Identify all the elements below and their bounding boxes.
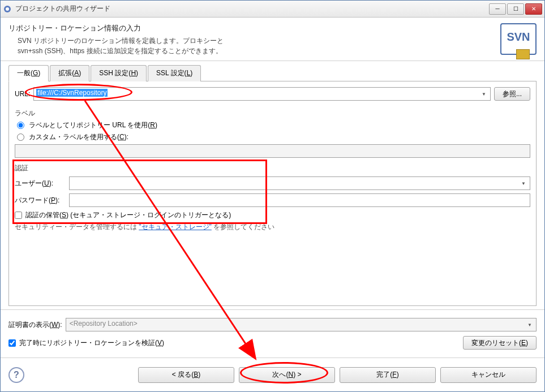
label-group: ラベル ラベルとしてリポジトリー URL を使用(R) カスタム・ラベルを使用す… <box>15 109 530 158</box>
window-title: プロジェクトの共用ウィザード <box>15 4 489 14</box>
password-label: パスワード(P): <box>15 196 66 205</box>
url-row: URL: file:///C:/SvnRepository ▼ 参照... <box>15 87 530 101</box>
content-area: 一般(G) 拡張(A) SSH 設定(H) SSL 設定(L) URL: fil… <box>1 61 544 309</box>
secure-storage-link[interactable]: "セキュア・ストレージ" <box>139 223 212 231</box>
radio-use-url-input[interactable] <box>17 122 24 129</box>
close-button[interactable]: ✕ <box>525 3 542 15</box>
finish-button[interactable]: 完了(F) <box>340 367 436 383</box>
tab-bar: 一般(G) 拡張(A) SSH 設定(H) SSL 設定(L) <box>8 64 537 81</box>
cert-combo: <Repository Location> ▼ <box>66 318 537 331</box>
user-input[interactable]: ▼ <box>69 176 530 190</box>
wizard-window: プロジェクトの共用ウィザード ─ ☐ ✕ リポジトリー・ロケーション情報の入力 … <box>0 0 545 392</box>
wizard-header: リポジトリー・ロケーション情報の入力 SVN リポジトリーのロケーション情報を定… <box>1 18 544 61</box>
auth-group-title: 認証 <box>15 163 530 173</box>
titlebar: プロジェクトの共用ウィザード ─ ☐ ✕ <box>1 1 544 18</box>
validate-row: 完了時にリポジトリー・ロケーションを検証(V) 変更のリセット(E) <box>8 336 537 350</box>
auth-group: 認証 ユーザー(U): ▼ パスワード(P): 認証の保管(S) (セキュア・ス… <box>15 163 530 232</box>
save-auth-checkbox[interactable] <box>15 212 22 219</box>
label-group-title: ラベル <box>15 109 530 118</box>
tab-panel-general: URL: file:///C:/SvnRepository ▼ 参照... ラベ… <box>8 81 537 306</box>
chevron-down-icon[interactable]: ▼ <box>520 179 527 187</box>
url-input[interactable]: file:///C:/SvnRepository ▼ <box>33 87 491 101</box>
window-controls: ─ ☐ ✕ <box>489 3 542 15</box>
help-icon[interactable]: ? <box>8 367 24 383</box>
validate-label: 完了時にリポジトリー・ロケーションを検証(V) <box>19 338 164 348</box>
chevron-down-icon[interactable]: ▼ <box>480 90 488 98</box>
password-input[interactable] <box>69 193 530 207</box>
url-label: URL: <box>15 90 30 98</box>
user-label: ユーザー(U): <box>15 179 66 188</box>
svg-point-1 <box>6 7 9 11</box>
tab-ssl[interactable]: SSL 設定(L) <box>148 65 201 81</box>
tab-ssh[interactable]: SSH 設定(H) <box>91 65 147 81</box>
reset-button[interactable]: 変更のリセット(E) <box>463 336 537 350</box>
minimize-button[interactable]: ─ <box>489 3 506 15</box>
cancel-button[interactable]: キャンセル <box>440 367 537 383</box>
tab-advanced[interactable]: 拡張(A) <box>50 65 89 81</box>
cert-row: 証明書の表示(W): <Repository Location> ▼ <box>8 318 537 331</box>
plug-icon <box>516 49 530 59</box>
page-title: リポジトリー・ロケーション情報の入力 <box>8 23 500 33</box>
footer: ? < 戻る(B) 次へ(N) > 完了(F) キャンセル <box>1 357 544 391</box>
user-row: ユーザー(U): ▼ <box>15 176 530 190</box>
app-icon <box>3 5 12 14</box>
back-button[interactable]: < 戻る(B) <box>138 367 234 383</box>
page-description: SVN リポジトリーのロケーション情報を定義します。プロキシーと svn+ssh… <box>8 36 500 56</box>
custom-label-input <box>15 144 530 158</box>
tab-general[interactable]: 一般(G) <box>8 65 49 81</box>
radio-use-url[interactable]: ラベルとしてリポジトリー URL を使用(R) <box>17 120 530 130</box>
cert-label: 証明書の表示(W): <box>8 320 62 330</box>
radio-custom-label[interactable]: カスタム・ラベルを使用する(C): <box>17 132 530 142</box>
radio-custom-label-input[interactable] <box>17 133 24 141</box>
bottom-area: 証明書の表示(W): <Repository Location> ▼ 完了時にリ… <box>1 309 544 357</box>
security-note: セキュリティー・データを管理するには "セキュア・ストレージ" を参照してくださ… <box>15 222 530 232</box>
browse-button[interactable]: 参照... <box>494 87 530 101</box>
url-value: file:///C:/SvnRepository <box>36 89 108 97</box>
chevron-down-icon: ▼ <box>526 321 534 329</box>
validate-checkbox[interactable] <box>8 339 16 347</box>
maximize-button[interactable]: ☐ <box>507 3 524 15</box>
next-button[interactable]: 次へ(N) > <box>239 367 335 383</box>
svn-logo: SVN <box>500 23 537 55</box>
save-auth-row[interactable]: 認証の保管(S) (セキュア・ストレージ・ログインのトリガーとなる) <box>15 210 530 220</box>
password-row: パスワード(P): <box>15 193 530 207</box>
